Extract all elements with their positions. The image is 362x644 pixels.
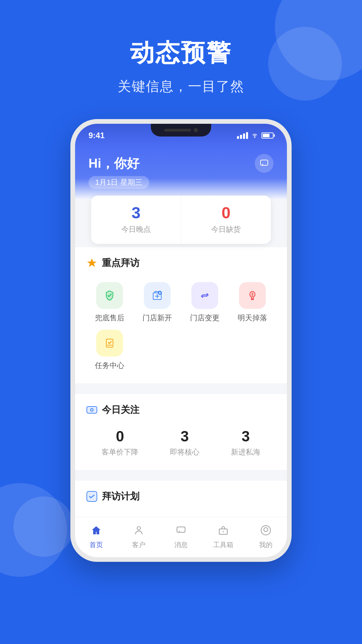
svg-point-19 — [137, 527, 140, 530]
nav-mine-label: 我的 — [259, 540, 273, 549]
icon-item-tomorrow[interactable]: 明天掉落 — [229, 279, 276, 326]
svg-point-10 — [252, 296, 253, 297]
header-row: Hi，你好 — [88, 154, 274, 173]
message-icon — [176, 525, 186, 538]
newstore-icon — [144, 282, 171, 309]
key-visit-grid: 兜底售后 — [86, 279, 276, 374]
phone-volume-up — [70, 198, 71, 221]
phone-power-button — [291, 211, 292, 245]
phone-volume-down — [70, 228, 71, 251]
bottom-nav: 首页 客户 消息 — [75, 517, 287, 557]
date-badge: 1月1日 星期三 — [88, 176, 149, 189]
notch-dot — [194, 128, 198, 132]
stat-new-private-number: 3 — [231, 429, 260, 444]
aftersale-label: 兜底售后 — [95, 313, 124, 323]
app-header: Hi，你好 1月1日 星期三 — [75, 147, 287, 199]
battery-icon — [261, 132, 274, 139]
svg-rect-0 — [260, 160, 268, 165]
hero-subtitle: 关键信息，一目了然 — [0, 77, 362, 96]
key-visit-header: 重点拜访 — [86, 257, 276, 269]
stat-price-drop-label: 客单价下降 — [102, 447, 138, 457]
svg-marker-1 — [87, 258, 97, 267]
alert-card-late[interactable]: 3 今日晚点 — [91, 196, 181, 244]
divider-1 — [75, 389, 287, 394]
visit-plan-header: 拜访计划 — [86, 490, 276, 503]
nav-customer[interactable]: 客户 — [117, 525, 160, 549]
storechange-label: 门店变更 — [190, 313, 220, 323]
signal-icon — [237, 132, 248, 139]
alert-stockout-label: 今日缺货 — [188, 224, 264, 234]
alert-card-stockout[interactable]: 0 今日缺货 — [181, 196, 271, 244]
message-button[interactable] — [255, 154, 274, 173]
today-focus-section: 今日关注 0 客单价下降 3 即将核心 3 新进私海 — [75, 394, 287, 470]
nav-customer-label: 客户 — [132, 540, 145, 549]
key-visit-title: 重点拜访 — [102, 257, 139, 269]
stat-new-private-label: 新进私海 — [231, 447, 260, 457]
stat-new-private[interactable]: 3 新进私海 — [231, 429, 260, 457]
svg-rect-20 — [177, 527, 185, 532]
aftersale-icon — [96, 282, 123, 309]
svg-point-16 — [91, 409, 93, 411]
wifi-icon — [251, 132, 259, 140]
greeting-text: Hi，你好 — [88, 155, 139, 172]
visit-plan-icon — [86, 490, 98, 502]
nav-message-label: 消息 — [174, 540, 188, 549]
nav-home-label: 首页 — [89, 540, 103, 549]
icon-item-taskcenter[interactable]: 任务中心 — [86, 326, 133, 374]
nav-mine[interactable]: 我的 — [245, 525, 287, 549]
tomorrow-icon — [239, 282, 266, 309]
newstore-label: 门店新开 — [142, 313, 172, 323]
mine-icon — [260, 525, 271, 538]
tomorrow-label: 明天掉落 — [238, 313, 267, 323]
today-focus-header: 今日关注 — [86, 404, 276, 416]
icon-item-newstore[interactable]: 门店新开 — [133, 279, 181, 326]
nav-home[interactable]: 首页 — [75, 525, 117, 549]
taskcenter-icon — [96, 330, 123, 357]
phone-wrapper: 9:41 — [0, 119, 362, 562]
eye-icon — [86, 404, 98, 416]
home-icon — [91, 525, 102, 538]
stat-core-soon-label: 即将核心 — [170, 447, 199, 457]
today-focus-stats: 0 客单价下降 3 即将核心 3 新进私海 — [86, 426, 276, 461]
alert-cards: 3 今日晚点 0 今日缺货 — [91, 196, 271, 244]
stat-core-soon[interactable]: 3 即将核心 — [170, 429, 199, 457]
nav-message[interactable]: 消息 — [160, 525, 202, 549]
stat-core-soon-number: 3 — [170, 429, 199, 444]
toolbox-icon — [218, 525, 229, 538]
nav-toolbox-label: 工具箱 — [213, 540, 233, 549]
customer-icon — [133, 525, 144, 538]
phone-frame: 9:41 — [70, 119, 292, 562]
icon-item-aftersale[interactable]: 兜底售后 — [86, 279, 133, 326]
hero-title: 动态预警 — [0, 37, 362, 69]
notch-pill — [164, 129, 191, 131]
storechange-icon — [191, 282, 218, 309]
alert-late-number: 3 — [98, 205, 174, 221]
status-time: 9:41 — [88, 131, 105, 140]
status-bar: 9:41 — [75, 124, 287, 147]
notch — [151, 124, 211, 137]
stat-price-drop-number: 0 — [102, 429, 138, 444]
taskcenter-label: 任务中心 — [95, 361, 124, 371]
svg-point-24 — [261, 526, 270, 535]
hero-section: 动态预警 关键信息，一目了然 — [0, 0, 362, 96]
nav-toolbox[interactable]: 工具箱 — [202, 525, 244, 549]
svg-point-23 — [264, 528, 268, 532]
icon-item-storechange[interactable]: 门店变更 — [181, 279, 229, 326]
today-focus-title: 今日关注 — [102, 404, 139, 416]
status-icons — [237, 132, 274, 140]
alert-stockout-number: 0 — [188, 205, 264, 221]
visit-plan-title: 拜访计划 — [102, 490, 139, 503]
app-content: 重点拜访 兜底售后 — [75, 247, 287, 553]
key-visit-section: 重点拜访 兜底售后 — [75, 247, 287, 383]
stat-price-drop[interactable]: 0 客单价下降 — [102, 429, 138, 457]
star-icon — [86, 257, 98, 269]
alert-late-label: 今日晚点 — [98, 224, 174, 234]
divider-2 — [75, 475, 287, 481]
